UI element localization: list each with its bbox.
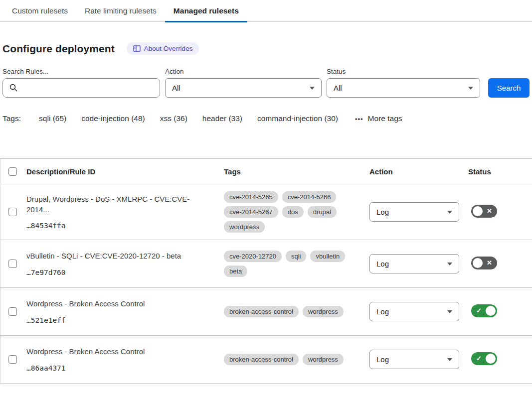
tag-pill: cve-2014-5267 (224, 206, 278, 218)
table-row: vBulletin - SQLi - CVE:CVE-2020-12720 - … (0, 240, 532, 288)
row-checkbox[interactable] (8, 260, 17, 268)
tag-pill: dos (282, 206, 304, 218)
table-row: Wordpress - Broken Access Control …86aa4… (0, 336, 532, 384)
toggle-state-icon: ✓ (476, 304, 482, 317)
filters-row: Search Rules... Action All Status (2, 68, 530, 98)
col-description-rule-id: Description/Rule ID (26, 167, 224, 176)
rule-description: Wordpress - Broken Access Control (26, 347, 203, 357)
rule-status-toggle[interactable]: ✕ (471, 257, 497, 269)
tag-pill: cve-2014-5265 (224, 191, 278, 203)
rule-description: Drupal, Wordpress - DoS - XMLRPC - CVE:C… (26, 194, 203, 215)
toggle-state-icon: ✓ (476, 352, 482, 365)
chevron-down-icon (310, 87, 315, 90)
row-checkbox[interactable] (8, 307, 17, 316)
status-field-group: Status All (327, 68, 488, 98)
tag-pill: beta (224, 265, 247, 277)
tag-pill: drupal (308, 206, 337, 218)
action-field-group: Action All (165, 68, 327, 98)
tag-pill: broken-access-control (224, 354, 299, 365)
tab-bar: Custom rulesetsRate limiting rulesetsMan… (0, 0, 532, 22)
about-overrides-badge[interactable]: About Overrides (127, 42, 199, 55)
table-row: Drupal, Wordpress - DoS - XMLRPC - CVE:C… (0, 184, 532, 240)
tag-filter-link[interactable]: xss (36) (160, 114, 187, 123)
tag-pill: cve-2014-5266 (282, 191, 337, 203)
search-input[interactable] (2, 78, 160, 98)
rule-description: vBulletin - SQLi - CVE:CVE-2020-12720 - … (26, 251, 203, 261)
toggle-knob (473, 258, 483, 268)
tag-pill: vbulletin (310, 251, 345, 262)
action-select-value: All (172, 84, 180, 92)
status-label: Status (327, 68, 488, 75)
chevron-down-icon (447, 211, 452, 214)
toggle-state-icon: ✕ (487, 257, 492, 269)
book-icon (133, 45, 141, 52)
rules-table: Description/Rule ID Tags Action Status D… (0, 158, 532, 384)
more-tags-label: More tags (368, 114, 402, 123)
rule-action-select[interactable]: Log (369, 202, 459, 222)
row-checkbox[interactable] (8, 355, 17, 364)
rule-status-toggle[interactable]: ✓ (471, 352, 497, 365)
tags-bar-label: Tags: (2, 114, 21, 123)
chevron-down-icon (468, 87, 473, 90)
rule-tags: broken-access-controlwordpress (224, 354, 369, 365)
tag-pill: broken-access-control (224, 306, 299, 317)
rule-action-value: Log (376, 208, 389, 216)
tag-pill: wordpress (224, 221, 265, 233)
rule-status-toggle[interactable]: ✕ (471, 205, 497, 218)
table-header-row: Description/Rule ID Tags Action Status (0, 159, 532, 184)
col-status: Status (468, 167, 532, 176)
rule-action-select[interactable]: Log (369, 254, 459, 273)
col-action: Action (369, 167, 468, 176)
col-tags: Tags (224, 167, 369, 176)
chevron-down-icon (447, 358, 452, 361)
ellipsis-icon: ••• (355, 115, 363, 123)
action-select[interactable]: All (165, 78, 322, 98)
search-button[interactable]: Search (488, 78, 530, 98)
tag-pill: wordpress (303, 354, 344, 365)
search-field-group: Search Rules... (2, 68, 165, 98)
table-row: Wordpress - Broken Access Control …521e1… (0, 288, 532, 336)
status-select[interactable]: All (327, 78, 480, 98)
page-title: Configure deployment (2, 43, 115, 55)
select-all-checkbox[interactable] (8, 167, 17, 176)
rule-id: …86aa4371 (26, 364, 203, 372)
toggle-state-icon: ✕ (487, 205, 492, 218)
tag-pill: cve-2020-12720 (224, 251, 282, 262)
rule-tags: cve-2014-5265cve-2014-5266cve-2014-5267d… (224, 191, 369, 233)
chevron-down-icon (447, 310, 452, 313)
rule-status-toggle[interactable]: ✓ (471, 304, 497, 317)
rule-action-value: Log (376, 260, 389, 268)
tag-filter-link[interactable]: code-injection (48) (81, 114, 145, 123)
toggle-knob (486, 306, 496, 316)
rule-action-value: Log (376, 307, 389, 316)
status-select-value: All (334, 84, 342, 92)
tag-filter-link[interactable]: command-injection (30) (257, 114, 338, 123)
toggle-knob (486, 354, 496, 364)
tags-bar: Tags: sqli (65)code-injection (48)xss (3… (2, 114, 530, 123)
tag-filter-link[interactable]: header (33) (202, 114, 242, 123)
more-tags-button[interactable]: ••• More tags (355, 114, 402, 123)
action-label: Action (165, 68, 327, 75)
rule-tags: broken-access-controlwordpress (224, 306, 369, 317)
rule-id: …521e1eff (26, 316, 203, 324)
rule-description: Wordpress - Broken Access Control (26, 299, 203, 309)
search-label: Search Rules... (2, 68, 165, 75)
rule-action-select[interactable]: Log (369, 350, 459, 369)
about-overrides-label: About Overrides (144, 45, 193, 52)
search-icon (9, 83, 18, 94)
table-body: Drupal, Wordpress - DoS - XMLRPC - CVE:C… (0, 184, 532, 384)
tag-pill: sqli (286, 251, 307, 262)
tag-filter-link[interactable]: sqli (65) (39, 114, 66, 123)
rule-tags: cve-2020-12720sqlivbulletinbeta (224, 251, 369, 277)
heading-row: Configure deployment About Overrides (2, 42, 530, 55)
toggle-knob (473, 206, 483, 216)
tab-managed-rulesets[interactable]: Managed rulesets (165, 0, 247, 22)
rule-action-select[interactable]: Log (369, 302, 459, 321)
rule-id: …7e97d760 (26, 268, 203, 276)
tab-rate-limiting-rulesets[interactable]: Rate limiting rulesets (76, 0, 165, 22)
tab-custom-rulesets[interactable]: Custom rulesets (3, 0, 76, 22)
row-checkbox[interactable] (8, 208, 17, 216)
rule-id: …84534ffa (26, 222, 203, 230)
chevron-down-icon (447, 263, 452, 265)
tag-pill: wordpress (303, 306, 344, 317)
